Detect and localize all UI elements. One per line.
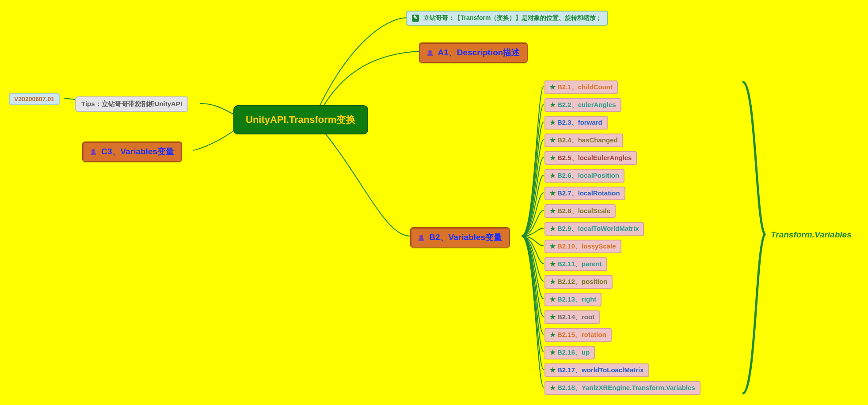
- leaf-label: B2.3、forward: [557, 118, 602, 126]
- version-text: V20200607.01: [14, 96, 54, 103]
- star-icon: ★: [550, 384, 556, 391]
- person-icon: [427, 50, 433, 56]
- star-icon: ★: [550, 172, 556, 179]
- leaf-label: B2.17、worldToLoaclMatrix: [557, 366, 644, 374]
- leaf-label: B2.15、rotation: [557, 331, 606, 338]
- leaf-item[interactable]: ★B2.3、forward: [544, 116, 608, 130]
- leaf-label: B2.10、lossyScale: [557, 242, 616, 250]
- star-icon: ★: [550, 101, 556, 108]
- root-text: UnityAPI.Transform变换: [246, 114, 356, 125]
- leaf-label: B2.18、YanlzXREngine.Transform.Variables: [557, 384, 695, 391]
- callout-text: 立钻哥哥：【Transform（变换）】是对象的位置、旋转和缩放；: [423, 14, 602, 21]
- leaf-label: B2.6、localPosition: [557, 172, 619, 179]
- leaf-label: B2.12、position: [557, 278, 607, 285]
- tips-text: Tips：立钻哥哥带您剖析UnityAPI: [81, 100, 182, 107]
- leaf-label: B2.16、up: [557, 348, 590, 356]
- leaf-label: B2.1、childCount: [557, 83, 613, 91]
- star-icon: ★: [550, 118, 556, 126]
- leaf-item[interactable]: ★B2.9、localToWorldMatrix: [544, 222, 644, 236]
- star-icon: ★: [550, 260, 556, 267]
- leaf-item[interactable]: ★B2.1、childCount: [544, 80, 618, 94]
- leaf-label: B2.5、localEulerAngles: [557, 154, 632, 161]
- leaf-item[interactable]: ★B2.5、localEulerAngles: [544, 151, 637, 165]
- star-icon: ★: [550, 313, 556, 321]
- leaf-label: B2.4、hasChanged: [557, 136, 618, 144]
- star-icon: ★: [550, 136, 556, 144]
- star-icon: ★: [550, 225, 556, 232]
- star-icon: ★: [550, 331, 556, 338]
- leaf-item[interactable]: ★B2.6、localPosition: [544, 169, 624, 183]
- c3-text: C3、Variables变量: [101, 147, 174, 156]
- leaf-item[interactable]: ★B2.7、localRotation: [544, 187, 625, 200]
- star-icon: ★: [550, 348, 556, 356]
- leaf-label: B2.14、root: [557, 313, 594, 321]
- leaf-item[interactable]: ★B2.2、eulerAngles: [544, 98, 621, 112]
- person-icon: [418, 235, 424, 241]
- brace-label: Transform.Variables: [771, 230, 852, 240]
- a1-text: A1、Description描述: [438, 48, 520, 57]
- star-icon: ★: [550, 366, 556, 374]
- leaf-item[interactable]: ★B2.11、parent: [544, 257, 607, 271]
- version-badge: V20200607.01: [9, 93, 60, 105]
- leaf-label: B2.8、localScale: [557, 207, 610, 214]
- node-a1[interactable]: A1、Description描述: [419, 42, 528, 63]
- leaf-label: B2.9、localToWorldMatrix: [557, 225, 639, 232]
- leaf-item[interactable]: ★B2.16、up: [544, 346, 595, 359]
- leaf-item[interactable]: ★B2.4、hasChanged: [544, 134, 623, 147]
- leaf-item[interactable]: ★B2.17、worldToLoaclMatrix: [544, 363, 649, 377]
- root-node[interactable]: UnityAPI.Transform变换: [233, 105, 368, 134]
- star-icon: ★: [550, 154, 556, 161]
- star-icon: ★: [550, 278, 556, 285]
- star-icon: ★: [550, 189, 556, 197]
- node-b2[interactable]: B2、Variables变量: [410, 227, 510, 248]
- star-icon: ★: [550, 207, 556, 214]
- leaf-item[interactable]: ★B2.13、right: [544, 293, 602, 306]
- callout-node[interactable]: 立钻哥哥：【Transform（变换）】是对象的位置、旋转和缩放；: [406, 11, 608, 26]
- star-icon: ★: [550, 83, 556, 91]
- star-icon: ★: [550, 295, 556, 303]
- leaf-item[interactable]: ★B2.14、root: [544, 310, 600, 324]
- leaf-label: B2.7、localRotation: [557, 189, 620, 197]
- leaf-item[interactable]: ★B2.18、YanlzXREngine.Transform.Variables: [544, 381, 700, 395]
- edit-icon: [412, 15, 419, 22]
- leaf-item[interactable]: ★B2.10、lossyScale: [544, 240, 621, 253]
- leaf-item[interactable]: ★B2.8、localScale: [544, 204, 616, 218]
- leaf-label: B2.2、eulerAngles: [557, 101, 616, 108]
- brace-label-text: Transform.Variables: [771, 230, 852, 239]
- b2-text: B2、Variables变量: [429, 233, 502, 242]
- person-icon: [90, 149, 96, 155]
- leaf-item[interactable]: ★B2.12、position: [544, 275, 613, 289]
- leaf-item[interactable]: ★B2.15、rotation: [544, 328, 612, 342]
- star-icon: ★: [550, 242, 556, 250]
- leaf-label: B2.13、right: [557, 295, 596, 303]
- leaf-label: B2.11、parent: [557, 260, 602, 267]
- node-c3[interactable]: C3、Variables变量: [82, 141, 182, 162]
- tips-node[interactable]: Tips：立钻哥哥带您剖析UnityAPI: [75, 96, 188, 112]
